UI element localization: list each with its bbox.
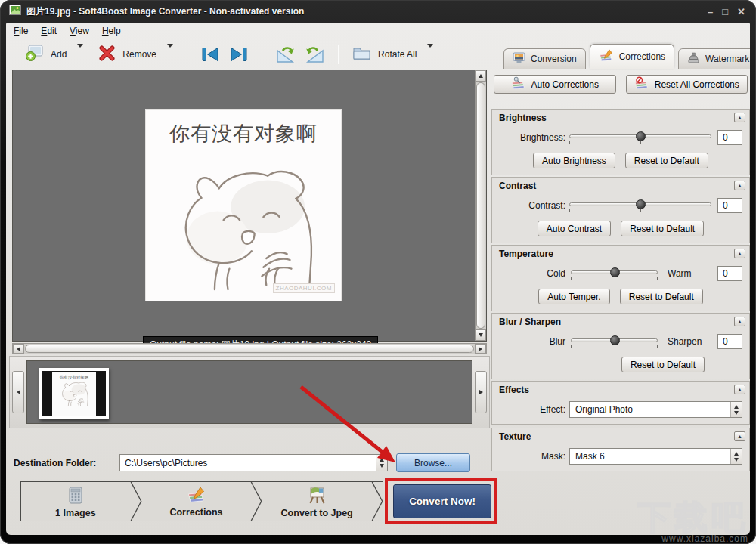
mask-spinner[interactable]: [730, 449, 742, 464]
browse-button[interactable]: Browse...: [396, 453, 470, 472]
rotate-left-button[interactable]: [272, 44, 299, 66]
mask-select[interactable]: Mask 6: [569, 448, 742, 465]
collapse-button[interactable]: ▴: [734, 385, 745, 394]
menu-help[interactable]: Help: [102, 26, 121, 36]
menu-view[interactable]: View: [70, 26, 89, 36]
contrast-value-input[interactable]: [717, 198, 742, 213]
reset-all-corrections-button[interactable]: Reset All Corrections: [626, 75, 748, 94]
chevron-down-icon: [77, 44, 83, 60]
spinner-up-icon: [734, 452, 739, 456]
chevron-down-icon: [167, 44, 173, 60]
window-body: File Edit View Help Add Remo: [6, 23, 750, 535]
tab-corrections[interactable]: Corrections: [590, 44, 674, 69]
blur-sharpen-slider[interactable]: [571, 335, 658, 348]
minimize-button[interactable]: –: [708, 6, 713, 17]
scroll-right-icon[interactable]: [475, 344, 486, 354]
skip-first-icon: [200, 46, 220, 63]
slider-thumb[interactable]: [610, 267, 620, 277]
first-image-button[interactable]: [197, 45, 223, 64]
horizontal-scroll-thumb[interactable]: [25, 345, 474, 353]
rotate-all-dropdown-button[interactable]: [423, 45, 437, 64]
auto-contrast-button[interactable]: Auto Contrast: [538, 221, 611, 236]
thumbnail-item[interactable]: 你有没有对象啊: [39, 368, 109, 419]
menu-edit[interactable]: Edit: [41, 26, 57, 36]
vertical-scroll-thumb[interactable]: [476, 82, 485, 329]
scroll-down-icon[interactable]: [476, 329, 486, 341]
collapse-button[interactable]: ▴: [734, 249, 745, 258]
brightness-value-input[interactable]: [717, 130, 742, 145]
reset-temperature-button[interactable]: Reset to Default: [620, 289, 703, 304]
rotate-left-icon: [275, 45, 296, 64]
rotate-right-button[interactable]: [302, 44, 328, 66]
collapse-button[interactable]: ▴: [734, 317, 745, 326]
slider-thumb[interactable]: [610, 335, 620, 345]
section-blur-sharpen: Blur / Sharpen ▴ Blur Sharpen: [491, 313, 750, 379]
photo-watermark: ZHAODAHUI.COM: [273, 283, 336, 293]
section-effects: Effects ▴ Effect: Original Photo: [491, 381, 750, 425]
scroll-up-icon[interactable]: [476, 70, 486, 82]
tab-watermark[interactable]: Watermark: [678, 48, 750, 69]
blur-value-input[interactable]: [717, 334, 742, 349]
thumbnail-strip: 你有没有对象啊: [9, 356, 490, 428]
menu-file[interactable]: File: [14, 26, 28, 36]
contrast-slider[interactable]: [569, 199, 711, 212]
toolbar-separator: [338, 45, 339, 64]
strip-scroll-left-button[interactable]: [12, 371, 24, 413]
hamster-drawing: [157, 164, 330, 291]
conversion-tab-icon: [513, 52, 525, 66]
slider-thumb[interactable]: [636, 199, 646, 209]
app-icon: [9, 5, 21, 18]
remove-button[interactable]: Remove: [94, 43, 160, 66]
horizontal-scrollbar[interactable]: [12, 343, 487, 354]
effect-select[interactable]: Original Photo: [569, 401, 742, 418]
remove-dropdown-button[interactable]: [163, 45, 177, 64]
skip-last-icon: [229, 46, 249, 63]
app-window: 图片19.jpg - Soft4Boost Image Converter - …: [0, 0, 756, 544]
add-button[interactable]: Add: [21, 42, 70, 66]
thumbnail-list: 你有没有对象啊: [26, 360, 472, 424]
reset-all-icon: [634, 76, 649, 92]
spinner-up-icon: [734, 405, 739, 409]
thumbnail-caption: 你有没有对象啊: [54, 374, 94, 380]
settings-panel: Conversion Corrections Watermark: [491, 44, 750, 532]
thumbnail-hamster: [57, 381, 91, 406]
preview-area: 你有没有对象啊 ZHAODAHUI.COM Output file name: …: [12, 70, 487, 342]
strip-scroll-right-button[interactable]: [475, 371, 487, 413]
temperature-value-input[interactable]: [717, 266, 742, 281]
convert-now-button[interactable]: Convert Now!: [393, 484, 491, 518]
destination-combo-spinner[interactable]: [376, 455, 387, 471]
panel-tabs: Conversion Corrections Watermark: [491, 44, 750, 69]
auto-brightness-button[interactable]: Auto Brightness: [533, 153, 615, 168]
reset-contrast-button[interactable]: Reset to Default: [621, 221, 704, 236]
scroll-left-icon[interactable]: [13, 344, 24, 354]
section-contrast: Contrast ▴ Contrast: Auto Contrast: [491, 177, 750, 243]
brightness-slider[interactable]: [569, 131, 711, 144]
last-image-button[interactable]: [226, 45, 252, 64]
chevron-divider: [130, 482, 142, 521]
auto-temperature-button[interactable]: Auto Temper.: [538, 289, 610, 304]
collapse-button[interactable]: ▴: [734, 181, 745, 190]
spinner-down-icon: [380, 464, 384, 468]
destination-path-input[interactable]: [120, 455, 376, 471]
tab-conversion[interactable]: Conversion: [503, 48, 586, 69]
spinner-down-icon: [734, 411, 739, 415]
auto-corrections-button[interactable]: Auto Corrections: [494, 75, 616, 94]
effect-spinner[interactable]: [730, 402, 742, 417]
reset-blur-button[interactable]: Reset to Default: [621, 357, 705, 372]
maximize-button[interactable]: □: [722, 6, 728, 17]
vertical-scrollbar[interactable]: [475, 70, 486, 341]
auto-corrections-icon: [511, 76, 526, 92]
collapse-button[interactable]: ▴: [734, 113, 745, 122]
collapse-button[interactable]: ▴: [734, 431, 745, 441]
rotate-all-button[interactable]: Rotate All: [349, 44, 420, 65]
add-dropdown-button[interactable]: [73, 45, 87, 64]
slider-thumb[interactable]: [636, 131, 646, 141]
preview-image: 你有没有对象啊 ZHAODAHUI.COM: [146, 110, 341, 301]
wizard-step-images: 1 Images: [21, 482, 130, 521]
temperature-slider[interactable]: [571, 267, 658, 280]
corrections-tab-icon: [599, 49, 614, 64]
destination-folder-combo[interactable]: [119, 454, 388, 471]
reset-brightness-button[interactable]: Reset to Default: [625, 153, 708, 168]
close-button[interactable]: ✕: [737, 6, 745, 17]
panel-buttons: Auto Corrections Reset All Corrections: [491, 75, 750, 94]
